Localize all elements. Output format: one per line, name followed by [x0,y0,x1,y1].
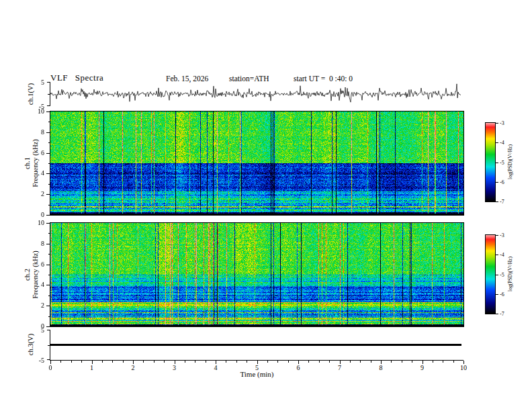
time-tick-minor [329,361,330,363]
time-tick-minor [433,361,433,363]
colorbar-1-tick-label: -5 [500,160,511,166]
time-tick-minor [360,361,361,363]
time-tick-label: 3 [168,364,181,371]
colorbar-1-tick [496,201,498,202]
time-tick-minor [236,361,237,363]
time-tick-minor [412,361,412,363]
ch3-voltage-axis-label: ch.3(V) [27,334,35,355]
spec1-ytick-minor [48,163,50,164]
spec1-ytick-minor [48,205,50,205]
time-tick-minor [143,361,144,363]
spec1-ytick-label: 6 [27,149,44,156]
colorbar-2-tick-label: -4 [500,252,511,258]
time-tick-label: 9 [416,364,429,371]
spec1-ytick-minor [48,142,50,143]
time-tick-minor [71,361,72,363]
colorbar-2-tick-label: -5 [500,272,511,278]
time-tick-label: 10 [457,364,470,371]
colorbar-2-tick [496,314,498,314]
waveform-ytick [47,82,50,83]
spec2-ytick [46,306,50,306]
spec1-ytick-label: 2 [27,190,44,197]
colorbar-2-tick-label: -6 [500,291,511,298]
time-tick-minor [185,361,185,363]
colorbar-2-tick [496,255,498,255]
spec2-ytick [46,326,50,327]
ch3-ytick [47,359,50,360]
colorbar-1-tick [496,142,498,143]
time-tick-minor [206,361,206,363]
colorbar-2 [485,234,496,314]
waveform-ytick-label: 5 [30,79,44,86]
ch1-axis-label-line1: ch.1 [24,139,32,187]
colorbar-1-tick [496,182,498,183]
time-tick-label: 6 [292,364,305,371]
spec1-ytick-minor [48,184,50,185]
spec2-ytick [46,285,50,285]
ch3-flatline [50,344,461,346]
ch1-frequency-axis-label: ch.1 Frequency (kHz) [24,139,40,187]
time-tick-minor [308,361,309,363]
spec1-ytick [46,173,50,174]
colorbar-2-tick-label: -7 [500,311,511,317]
ch1-axis-label-line2: Frequency (kHz) [32,139,40,187]
time-tick-label: 1 [85,364,99,371]
spec2-ytick-minor [48,233,50,234]
ch1-waveform-plot [50,82,463,106]
time-tick-minor [102,361,103,363]
time-tick-label: 2 [126,364,140,371]
colorbar-2-tick [496,235,498,236]
spec2-ytick [46,244,50,244]
spec1-ytick-label: 8 [27,128,44,136]
colorbar-1-tick-label: -4 [500,140,511,146]
time-tick-minor [60,361,61,363]
spec2-ytick [46,265,50,265]
time-tick-minor [247,361,247,363]
waveform-ytick-label: -5 [30,103,44,110]
time-tick-label: 7 [333,364,347,371]
time-tick-minor [453,361,454,363]
colorbar-1-tick-label: -3 [500,120,511,126]
time-tick-label: 8 [374,364,388,371]
waveform-ytick-zero [48,94,50,95]
ch3-ytick [47,330,50,330]
spec1-ytick [46,194,50,195]
time-tick-label: 5 [251,364,264,371]
time-tick-minor [164,361,165,363]
time-tick-minor [123,361,124,363]
colorbar-1-tick-label: -7 [500,199,511,205]
colorbar-2-tick [496,294,498,295]
spec2-ytick-label: 2 [27,302,44,309]
spec2-ytick-minor [48,275,50,275]
time-tick-label: 4 [209,364,222,371]
time-tick-minor [391,361,392,363]
colorbar-2-tick [496,275,498,275]
time-tick-minor [288,361,289,363]
time-tick-minor [277,361,278,363]
ch3-ytick-zero [48,345,50,346]
spec2-ytick-minor [48,295,50,296]
time-tick-minor [402,361,402,363]
spec1-ytick [46,215,50,216]
time-tick-minor [371,361,371,363]
ch2-spectrogram [50,222,464,327]
colorbar-1-tick [496,163,498,163]
time-tick-minor [443,361,443,363]
time-tick-minor [319,361,320,363]
ch2-frequency-axis-label: ch.2 Frequency (kHz) [24,250,40,298]
time-tick-minor [267,361,268,363]
spec1-ytick-label: 0 [27,211,44,218]
spec1-ytick [46,111,50,112]
ch2-axis-label-line2: Frequency (kHz) [32,250,40,298]
spec1-ytick-minor [48,122,50,122]
ch1-voltage-axis-label: ch.1(V) [27,83,35,105]
spec2-ytick-label: 10 [27,219,44,226]
spec2-ytick-label: 8 [27,240,44,247]
colorbar-1 [485,122,496,202]
time-tick-minor [112,361,113,363]
ch2-axis-label-line1: ch.2 [24,250,32,298]
time-tick-minor [226,361,226,363]
spec2-ytick-label: 6 [27,261,44,268]
spec1-ytick [46,132,50,133]
colorbar-2-tick-label: -3 [500,232,511,238]
